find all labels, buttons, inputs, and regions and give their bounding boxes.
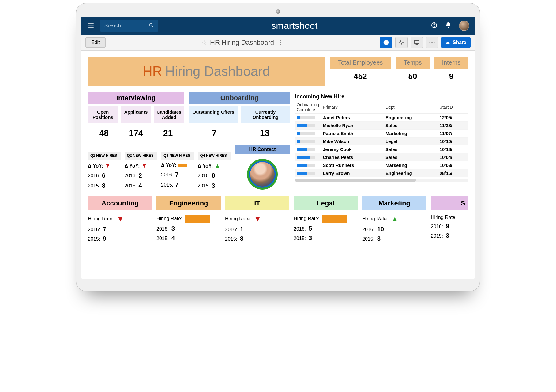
table-row[interactable]: Larry BrownEngineering08/15/: [295, 169, 468, 177]
share-button[interactable]: Share: [441, 37, 471, 48]
num-applicants: 174: [120, 128, 152, 138]
share-label: Share: [453, 40, 466, 45]
dashboard-hero: HR Hiring Dashboard: [88, 57, 325, 86]
dashboard-content: HR Hiring Dashboard Total Employees 452 …: [81, 51, 475, 248]
pill-applicants: Applicants: [121, 106, 151, 123]
table-row[interactable]: Scott RunnersMarketing10/03/: [295, 161, 468, 169]
pill-open-positions: Open Positions: [88, 106, 118, 123]
dept-tile[interactable]: IT Hiring Rate: ▼ 2016: 1 2015: 8: [225, 196, 289, 242]
progress-bar: [297, 156, 315, 159]
table-row[interactable]: Jeremy CookSales10/18/: [295, 145, 468, 153]
hr-contact-avatar[interactable]: [247, 159, 278, 190]
dept-tile[interactable]: Legal Hiring Rate: 2016: 5 2015: 3: [294, 196, 358, 242]
app-screen: smartsheet Edit ☆ HR Hiring Dashboard ⋮: [81, 17, 475, 279]
quarter-card: Q1 NEW HIRES Δ YoY: ▼ 2016: 6 2015: 8: [88, 152, 121, 190]
pill-candidates: Candidates Added: [154, 106, 184, 123]
help-icon[interactable]: [431, 22, 438, 30]
favorite-star-icon[interactable]: ☆: [201, 39, 207, 46]
search-icon: [148, 22, 154, 29]
edit-button[interactable]: Edit: [85, 37, 106, 48]
department-tiles: Accounting Hiring Rate: ▼ 2016: 7 2015: …: [88, 196, 468, 242]
brand-logo: smartsheet: [164, 21, 425, 31]
table-row[interactable]: Patricia SmithMarketing11/07/: [295, 130, 468, 138]
page-menu-icon[interactable]: ⋮: [277, 39, 284, 47]
table-row[interactable]: Charles PeetsSales10/04/: [295, 153, 468, 161]
table-row[interactable]: Michelle RyanSales11/28/: [295, 122, 468, 130]
dept-tile[interactable]: Marketing Hiring Rate: ▲ 2016: 10 2015: …: [362, 196, 426, 242]
dept-header: Accounting: [88, 196, 152, 210]
quarter-card: Q3 NEW HIRES Δ YoY: 2016: 7 2015: 7: [161, 152, 194, 190]
stat-total-employees: Total Employees 452: [330, 57, 391, 86]
profile-avatar[interactable]: [459, 21, 469, 31]
col-onboarding: Onboarding Complete: [295, 101, 321, 114]
topbar: smartsheet: [81, 17, 475, 35]
new-hire-title: Incoming New Hire: [295, 92, 468, 101]
progress-bar: [297, 148, 315, 151]
col-primary: Primary: [321, 101, 384, 114]
stat-label: Temps: [396, 57, 430, 69]
col-start: Start D: [438, 101, 468, 114]
dept-header: IT: [225, 196, 289, 210]
activity-button[interactable]: [395, 37, 408, 48]
stat-value: 9: [449, 72, 453, 81]
svg-point-6: [434, 26, 434, 27]
progress-bar: [297, 172, 315, 175]
hero-rest: Hiring Dashboard: [165, 64, 270, 79]
num-offers: 7: [189, 128, 239, 138]
quarter-header: Q1 NEW HIRES: [88, 152, 121, 160]
dept-tile[interactable]: S Hiring Rate: 2016: 9 2015: 3: [431, 196, 468, 242]
dept-tile[interactable]: Engineering Hiring Rate: 2016: 3 2015: 4: [156, 196, 221, 242]
interviewing-block: Interviewing Open Positions Applicants C…: [88, 92, 290, 190]
quarter-card: Q4 NEW HIRES Δ YoY: ▲ 2016: 8 2015: 3: [198, 152, 231, 190]
quarter-card: Q2 NEW HIRES Δ YoY: ▼ 2016: 2 2015: 4: [125, 152, 158, 190]
svg-point-3: [149, 23, 152, 26]
svg-point-11: [448, 41, 449, 43]
col-dept: Dept: [384, 101, 438, 114]
notifications-icon[interactable]: [445, 22, 452, 30]
toolbar: Edit ☆ HR Hiring Dashboard ⋮: [81, 35, 475, 51]
settings-button[interactable]: [426, 37, 438, 48]
table-row[interactable]: Mike WilsonLegal10/10/: [295, 138, 468, 145]
horizontal-scrollbar[interactable]: [295, 179, 468, 182]
stat-label: Interns: [434, 57, 468, 69]
onboarding-header: Onboarding: [189, 92, 290, 104]
tablet-frame: smartsheet Edit ☆ HR Hiring Dashboard ⋮: [76, 3, 480, 291]
menu-icon[interactable]: [87, 21, 95, 30]
pill-onboarding: Currently Onboarding: [241, 106, 290, 123]
search-input[interactable]: [100, 20, 158, 32]
hero-hr: HR: [143, 64, 162, 79]
incoming-new-hire-widget: Incoming New Hire Onboarding Complete Pr…: [295, 92, 468, 190]
search-field[interactable]: [104, 23, 145, 29]
quarters-grid: Q1 NEW HIRES Δ YoY: ▼ 2016: 6 2015: 8 Q2…: [88, 152, 231, 190]
hr-contact-card: HR Contact: [235, 145, 290, 190]
dept-tile[interactable]: Accounting Hiring Rate: ▼ 2016: 7 2015: …: [88, 196, 152, 242]
stat-value: 452: [354, 72, 367, 81]
stat-label: Total Employees: [330, 57, 391, 69]
dept-header: Marketing: [362, 196, 426, 210]
page-title: HR Hiring Dashboard: [210, 39, 274, 47]
svg-rect-8: [414, 40, 419, 43]
quarter-header: Q2 NEW HIRES: [125, 152, 158, 160]
progress-bar: [297, 116, 315, 119]
num-onboarding: 13: [239, 128, 290, 138]
progress-bar: [297, 164, 315, 167]
pill-offers: Outstanding Offers: [189, 106, 238, 123]
dept-header: Engineering: [156, 196, 221, 210]
quarter-header: Q4 NEW HIRES: [198, 152, 231, 160]
num-candidates: 21: [152, 128, 184, 138]
new-hire-table: Onboarding Complete Primary Dept Start D…: [295, 101, 468, 177]
globe-button[interactable]: [380, 37, 392, 48]
num-open: 48: [88, 128, 120, 138]
tablet-camera: [276, 9, 280, 14]
svg-point-9: [431, 42, 433, 43]
svg-line-4: [152, 26, 153, 27]
dept-header: Legal: [294, 196, 358, 210]
table-row[interactable]: Janet PetersEngineering12/05/: [295, 114, 468, 122]
stat-interns: Interns 9: [434, 57, 468, 86]
dept-header: S: [431, 196, 468, 210]
stat-value: 50: [408, 72, 417, 81]
progress-bar: [297, 124, 315, 127]
svg-point-10: [446, 41, 448, 43]
progress-bar: [297, 140, 315, 143]
present-button[interactable]: [411, 37, 423, 48]
